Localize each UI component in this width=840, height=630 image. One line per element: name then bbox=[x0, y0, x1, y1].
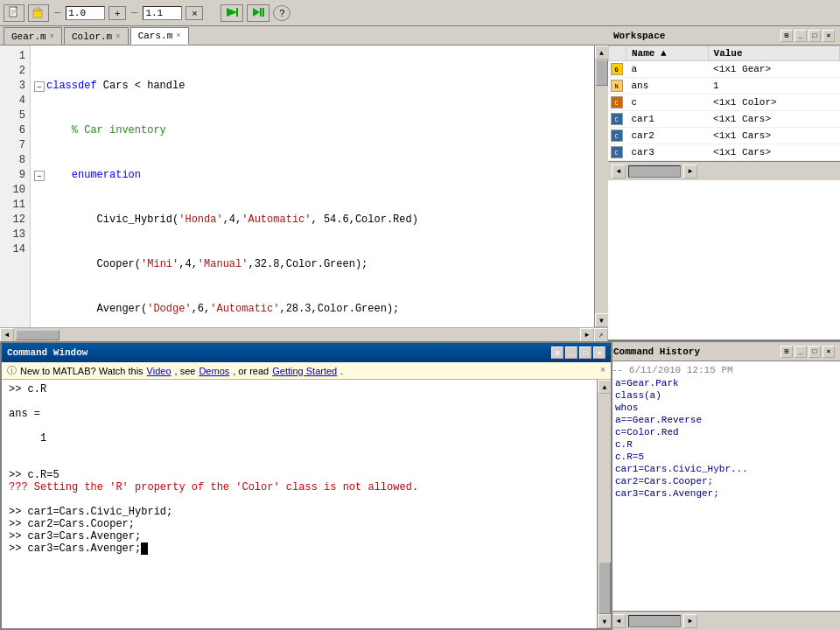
line-num-3: 3 bbox=[0, 79, 30, 94]
scroll-right-btn[interactable]: ► bbox=[580, 328, 594, 342]
hist-cmd-6[interactable]: c.R bbox=[612, 438, 836, 451]
scroll-up-btn[interactable]: ▲ bbox=[595, 46, 609, 60]
ws-col-icon bbox=[609, 46, 626, 61]
editor-area: 1 2 3 4 5 6 7 8 9 10 11 12 13 14 −classd… bbox=[0, 46, 608, 327]
hscroll-thumb[interactable] bbox=[16, 330, 60, 340]
zoom-clear-btn[interactable]: × bbox=[186, 6, 203, 20]
tab-color-close[interactable]: × bbox=[116, 32, 120, 41]
hist-close-btn[interactable]: × bbox=[822, 346, 835, 358]
ws-nav-right[interactable]: ► bbox=[683, 164, 697, 178]
fold-btn-3[interactable]: − bbox=[34, 171, 45, 181]
ws-col-value[interactable]: Value bbox=[708, 46, 839, 61]
ws-undock-btn[interactable]: ⊞ bbox=[780, 30, 793, 42]
hist-undock-btn[interactable]: ⊞ bbox=[780, 346, 793, 358]
hist-minimize-btn[interactable]: _ bbox=[794, 346, 807, 358]
hist-nav-right[interactable]: ► bbox=[683, 614, 697, 628]
tab-gear[interactable]: Gear.m × bbox=[4, 27, 62, 45]
hist-cmd-1[interactable]: a=Gear.Park bbox=[612, 377, 836, 389]
tab-cars-label: Cars.m bbox=[138, 31, 173, 41]
command-history-header: Command History ⊞ _ □ × bbox=[608, 342, 840, 361]
cw-line-5: 1 bbox=[9, 432, 590, 444]
line-num-13: 13 bbox=[0, 228, 30, 242]
getting-started-link[interactable]: Getting Started bbox=[272, 366, 337, 376]
demos-link[interactable]: Demos bbox=[199, 366, 229, 376]
scroll-track[interactable] bbox=[595, 60, 608, 313]
hscroll-track[interactable] bbox=[14, 329, 580, 341]
cw-undock-btn[interactable]: ⊞ bbox=[551, 346, 564, 359]
history-controls: ⊞ _ □ × bbox=[780, 346, 835, 358]
cw-scrollbar[interactable]: ▲ ▼ bbox=[597, 380, 611, 628]
code-line-2: % Car inventory bbox=[34, 123, 591, 138]
tab-color[interactable]: Color.m × bbox=[64, 27, 129, 45]
ws-value-ans: 1 bbox=[708, 78, 839, 94]
ws-icon-car3: C bbox=[609, 144, 626, 161]
tab-cars-close[interactable]: × bbox=[176, 32, 180, 40]
ws-col-name[interactable]: Name ▲ bbox=[626, 46, 709, 61]
ws-icon-ans: N bbox=[609, 78, 626, 94]
ws-close-btn[interactable]: × bbox=[822, 30, 835, 42]
cw-close-btn[interactable]: × bbox=[593, 346, 606, 359]
workspace-header: Workspace ⊞ _ □ × bbox=[608, 26, 840, 46]
ws-row-c: C c <1x1 Color> bbox=[609, 94, 840, 111]
cw-maximize-btn[interactable]: □ bbox=[579, 346, 592, 359]
command-window-title: Command Window bbox=[7, 347, 88, 358]
ws-nav-left[interactable]: ◄ bbox=[612, 164, 626, 178]
editor-scrollbar-horizontal[interactable]: ◄ ► ↗ bbox=[0, 327, 608, 341]
video-link[interactable]: Video bbox=[147, 366, 172, 376]
tab-cars[interactable]: Cars.m × bbox=[130, 27, 189, 45]
hist-nav-left[interactable]: ◄ bbox=[612, 614, 626, 628]
cw-line-7 bbox=[9, 457, 590, 469]
cw-minimize-btn[interactable]: _ bbox=[565, 346, 578, 359]
open-file-btn[interactable] bbox=[28, 4, 49, 22]
cw-scroll-up[interactable]: ▲ bbox=[598, 380, 611, 394]
hist-cmd-8[interactable]: car1=Cars.Civic_Hybr... bbox=[612, 463, 836, 475]
ws-value-a: <1x1 Gear> bbox=[708, 61, 839, 78]
line-numbers: 1 2 3 4 5 6 7 8 9 10 11 12 13 14 bbox=[0, 46, 31, 327]
ws-value-car3: <1x1 Cars> bbox=[708, 144, 839, 161]
scroll-left-btn[interactable]: ◄ bbox=[0, 328, 14, 342]
hist-cmd-2[interactable]: class(a) bbox=[612, 389, 836, 402]
scroll-down-btn[interactable]: ▼ bbox=[595, 313, 609, 327]
editor-scrollbar-vertical[interactable]: ▲ ▼ bbox=[594, 46, 608, 327]
hist-cmd-4[interactable]: a==Gear.Reverse bbox=[612, 414, 836, 426]
line-num-8: 8 bbox=[0, 153, 30, 168]
zoom-level-2[interactable]: 1.1 bbox=[143, 6, 182, 20]
ws-name-car3: car3 bbox=[626, 144, 709, 161]
hist-cmd-5[interactable]: c=Color.Red bbox=[612, 426, 836, 438]
editor-tabs: Gear.m × Color.m × Cars.m × bbox=[0, 26, 608, 46]
line-num-12: 12 bbox=[0, 213, 30, 228]
run-btn[interactable] bbox=[220, 4, 243, 22]
hist-cmd-9[interactable]: car2=Cars.Cooper; bbox=[612, 475, 836, 487]
zoom-increase-btn[interactable]: + bbox=[108, 6, 126, 20]
cursor bbox=[141, 542, 148, 555]
hist-cmd-3[interactable]: whos bbox=[612, 402, 836, 414]
hist-nav-track[interactable] bbox=[628, 615, 681, 627]
tab-gear-close[interactable]: × bbox=[50, 32, 54, 41]
code-line-1: −classdef Cars < handle bbox=[34, 79, 591, 94]
run-section-btn[interactable] bbox=[247, 4, 270, 22]
hist-cmd-7[interactable]: c.R=5 bbox=[612, 451, 836, 463]
code-line-3: − enumeration bbox=[34, 168, 591, 183]
command-window-content[interactable]: >> c.R ans = 1 >> c.R=5 ??? Setting the … bbox=[2, 380, 597, 628]
cw-line-13: >> car3=Cars.Avenger; bbox=[9, 530, 590, 542]
line-num-4: 4 bbox=[0, 94, 30, 108]
scroll-thumb[interactable] bbox=[596, 60, 608, 86]
fold-btn-1[interactable]: − bbox=[34, 81, 45, 92]
zoom-level-1[interactable]: 1.0 bbox=[66, 6, 105, 20]
cw-line-12: >> car2=Cars.Cooper; bbox=[9, 518, 590, 530]
ws-minimize-btn[interactable]: _ bbox=[794, 30, 807, 42]
cw-line-10 bbox=[9, 494, 590, 506]
hist-maximize-btn[interactable]: □ bbox=[808, 346, 821, 358]
hist-cmd-10[interactable]: car3=Cars.Avenger; bbox=[612, 487, 836, 500]
help-btn[interactable]: ? bbox=[273, 5, 290, 21]
cw-scroll-thumb[interactable] bbox=[598, 562, 611, 614]
history-date-text: -- 6/11/2010 12:15 PM bbox=[612, 365, 733, 375]
info-close-btn[interactable]: × bbox=[600, 366, 606, 375]
svg-marker-6 bbox=[227, 8, 237, 17]
code-editor[interactable]: −classdef Cars < handle % Car inventory … bbox=[31, 46, 594, 327]
ws-maximize-btn[interactable]: □ bbox=[808, 30, 821, 42]
cw-scroll-down[interactable]: ▼ bbox=[598, 614, 611, 628]
ws-nav-track[interactable] bbox=[628, 165, 681, 178]
new-file-btn[interactable] bbox=[4, 4, 24, 22]
cw-scroll-track[interactable] bbox=[598, 394, 611, 614]
